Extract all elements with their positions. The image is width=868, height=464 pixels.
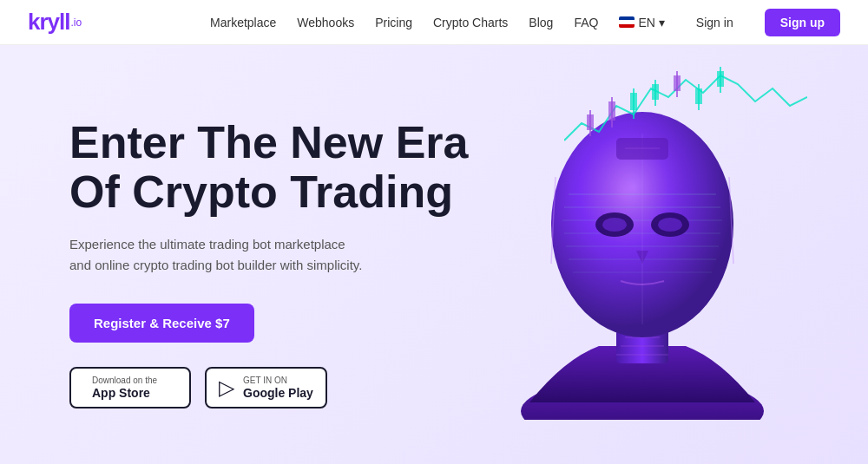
logo[interactable]: kryll.io <box>28 9 82 36</box>
app-store-small-text: Download on the <box>92 376 157 386</box>
svg-rect-13 <box>717 71 724 87</box>
svg-point-33 <box>658 218 682 232</box>
lang-label: EN <box>638 16 654 29</box>
main-nav: Marketplace Webhooks Pricing Crypto Char… <box>210 9 840 36</box>
google-play-icon: ▷ <box>219 376 234 400</box>
nav-pricing[interactable]: Pricing <box>375 16 412 29</box>
nav-crypto-charts[interactable]: Crypto Charts <box>433 16 508 29</box>
nav-faq[interactable]: FAQ <box>574 16 598 29</box>
hero-title: Enter The New Era Of Crypto Trading <box>69 118 486 217</box>
svg-point-32 <box>602 218 627 232</box>
chevron-down-icon: ▾ <box>659 16 665 29</box>
sign-in-button[interactable]: Sign in <box>686 10 744 35</box>
svg-rect-5 <box>630 93 637 110</box>
flag-icon <box>619 16 635 28</box>
chart-svg <box>564 62 807 167</box>
store-buttons: Download on the App Store ▷ GET IN ON Go… <box>69 367 486 408</box>
app-store-button[interactable]: Download on the App Store <box>69 367 191 408</box>
language-selector[interactable]: EN ▾ <box>619 16 664 29</box>
hero-illustration <box>486 45 799 464</box>
register-button[interactable]: Register & Receive $7 <box>69 304 254 343</box>
logo-text: kryll <box>28 9 70 36</box>
sign-up-button[interactable]: Sign up <box>765 9 840 36</box>
google-play-small-text: GET IN ON <box>243 376 313 386</box>
svg-rect-11 <box>695 88 702 104</box>
app-store-big-text: App Store <box>92 386 157 400</box>
svg-rect-7 <box>652 84 659 100</box>
hero-section: Enter The New Era Of Crypto Trading Expe… <box>0 45 868 464</box>
google-play-big-text: Google Play <box>243 386 313 400</box>
hero-subtitle: Experience the ultimate trading bot mark… <box>69 234 365 276</box>
app-store-text: Download on the App Store <box>92 376 157 400</box>
google-play-button[interactable]: ▷ GET IN ON Google Play <box>205 367 327 408</box>
logo-suffix: .io <box>71 16 82 29</box>
google-play-text: GET IN ON Google Play <box>243 376 313 400</box>
svg-rect-9 <box>674 75 681 91</box>
hero-content: Enter The New Era Of Crypto Trading Expe… <box>69 45 486 464</box>
nav-marketplace[interactable]: Marketplace <box>210 16 276 29</box>
nav-webhooks[interactable]: Webhooks <box>297 16 354 29</box>
main-header: kryll.io Marketplace Webhooks Pricing Cr… <box>0 0 868 45</box>
svg-rect-1 <box>587 114 594 130</box>
svg-rect-3 <box>608 101 615 121</box>
nav-blog[interactable]: Blog <box>529 16 553 29</box>
